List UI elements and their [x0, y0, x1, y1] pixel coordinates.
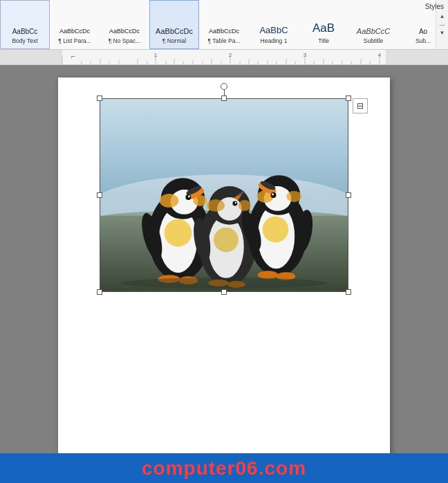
svg-point-66 [239, 200, 251, 211]
svg-text:4: 4 [378, 53, 382, 59]
resize-handle-bottom-center[interactable] [221, 289, 227, 295]
resize-handle-top-left[interactable] [97, 95, 102, 101]
svg-point-50 [160, 194, 179, 208]
rotate-handle[interactable] [221, 83, 227, 90]
style-preview-no-spac: AaBbCcDc [109, 28, 140, 35]
style-preview-heading1: AaBbC [259, 26, 288, 35]
document-container: ⊟ [0, 65, 448, 483]
svg-point-79 [286, 191, 301, 202]
svg-point-83 [272, 194, 274, 196]
style-preview-normal: AaBbCcDc [156, 27, 193, 35]
resize-handle-top-right[interactable] [346, 95, 351, 101]
style-item-no-spac[interactable]: AaBbCcDc ¶ No Spac... [100, 0, 149, 49]
document-page: ⊟ [58, 78, 390, 483]
styles-scroll-area: AaBbCc Body Text AaBbCcDc ¶ List Para...… [0, 0, 436, 49]
svg-point-47 [165, 219, 192, 247]
style-label-title: Title [318, 37, 329, 44]
watermark-bar: computer06.com [0, 453, 448, 483]
resize-handle-middle-left[interactable] [97, 192, 102, 198]
image-container[interactable]: ⊟ [100, 98, 348, 292]
expand-mid-icon: — [440, 21, 445, 29]
svg-point-68 [235, 202, 236, 203]
style-preview-title: AaB [312, 22, 335, 35]
styles-toolbar: AaBbCc Body Text AaBbCcDc ¶ List Para...… [0, 0, 448, 50]
style-item-title[interactable]: AaB Title [299, 0, 348, 49]
style-preview-sub2: Ao [419, 28, 427, 35]
expand-down-icon: ▼ [440, 29, 445, 37]
expand-up-icon: ▲ [440, 12, 445, 21]
svg-text:3: 3 [304, 53, 306, 59]
styles-panel-label: Styles [425, 3, 444, 10]
style-item-subtitle[interactable]: AaBbCcC Subtitle [348, 0, 398, 49]
style-item-heading1[interactable]: AaBbC Heading 1 [249, 0, 299, 49]
resize-handle-middle-right[interactable] [346, 192, 351, 198]
svg-point-55 [188, 195, 190, 197]
svg-point-67 [232, 201, 237, 206]
style-item-list-para[interactable]: AaBbCcDc ¶ List Para... [50, 0, 100, 49]
style-item-body-text[interactable]: AaBbCc Body Text [0, 0, 50, 49]
style-label-heading1: Heading 1 [261, 37, 288, 44]
style-item-normal[interactable]: AaBbCcDc ¶ Normal [149, 0, 199, 49]
svg-rect-1 [0, 50, 62, 64]
style-preview-list-para: AaBbCcDc [59, 28, 90, 35]
ruler: 1 2 3 4 ⌐ [0, 50, 448, 65]
svg-text:2: 2 [229, 53, 232, 59]
svg-point-88 [121, 277, 327, 289]
watermark-text: computer06.com [142, 457, 306, 479]
svg-point-75 [263, 217, 289, 243]
style-preview-subtitle: AaBbCcC [357, 27, 390, 35]
style-label-sub2: Sub... [416, 37, 431, 44]
svg-text:1: 1 [154, 53, 157, 59]
style-preview-body-text: AaBbCc [12, 28, 38, 35]
resize-handle-bottom-right[interactable] [346, 289, 351, 295]
style-label-subtitle: Subtitle [364, 37, 383, 44]
resize-handle-bottom-left[interactable] [97, 289, 102, 295]
style-label-no-spac: ¶ No Spac... [109, 37, 141, 44]
svg-point-86 [258, 271, 279, 279]
style-item-table-pa[interactable]: AaBbCcDc ¶ Table Pa... [199, 0, 249, 49]
style-label-table-pa: ¶ Table Pa... [208, 37, 241, 44]
style-label-normal: ¶ Normal [162, 37, 186, 44]
style-label-body-text: Body Text [12, 37, 37, 44]
svg-text:⌐: ⌐ [71, 53, 75, 61]
svg-rect-2 [386, 50, 448, 64]
svg-point-62 [214, 228, 239, 253]
resize-handle-top-center[interactable] [221, 95, 227, 101]
svg-point-65 [207, 199, 225, 212]
penguin-image [100, 98, 348, 292]
layout-options-icon[interactable]: ⊟ [353, 98, 368, 113]
style-preview-table-pa: AaBbCcDc [209, 28, 239, 35]
style-label-list-para: ¶ List Para... [58, 37, 91, 44]
